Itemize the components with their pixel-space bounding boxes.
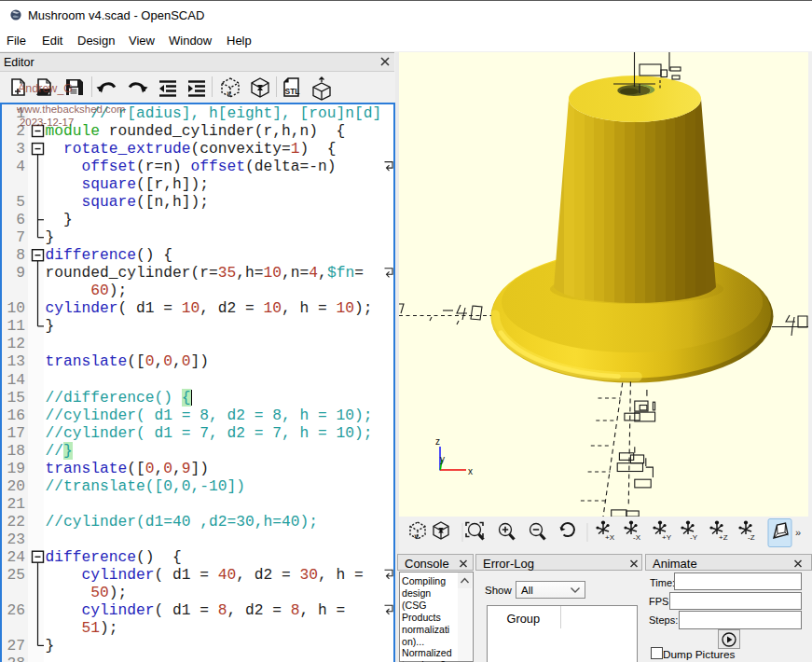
svg-text:-Y: -Y [690,533,698,542]
svg-text:y: y [440,454,445,464]
svg-text:+X: +X [605,533,615,542]
svg-text:x: x [468,466,473,476]
svg-text:»: » [414,531,419,541]
svg-text:+Y: +Y [662,533,672,542]
svg-text:-Z: -Z [748,533,755,542]
svg-text:-X: -X [633,533,641,542]
svg-text:+Z: +Z [719,533,728,542]
svg-text:»: » [795,527,801,538]
svg-text:z: z [435,436,440,447]
